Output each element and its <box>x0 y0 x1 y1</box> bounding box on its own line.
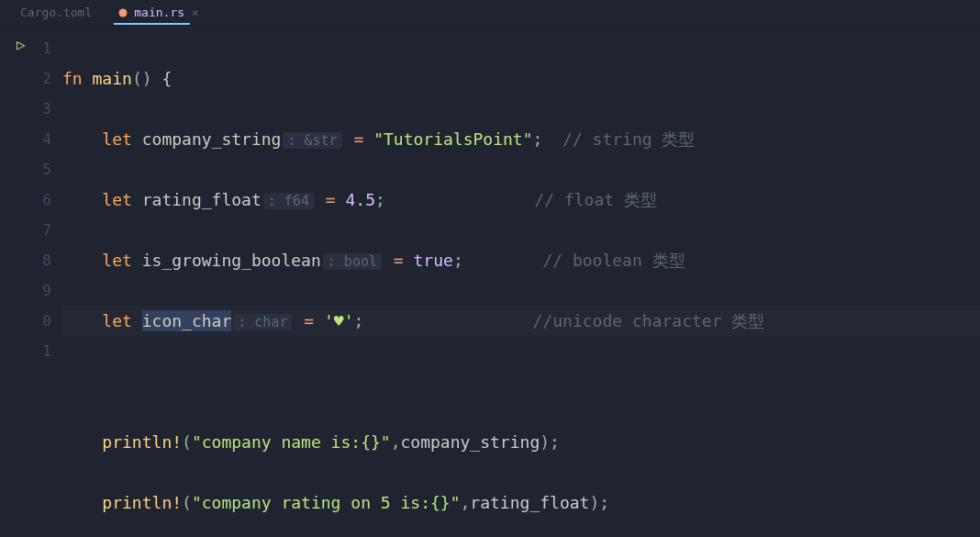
close-icon[interactable]: × <box>192 6 199 19</box>
line-number: 9 <box>0 275 51 306</box>
code-area[interactable]: fn main() { let company_string: &str = "… <box>62 26 980 537</box>
line-number: 6 <box>0 185 51 215</box>
type-hint: : char <box>233 314 292 330</box>
line-number: 2 <box>0 63 51 94</box>
line-number: 5 <box>0 154 51 185</box>
code-line: let rating_float: f64 = 4.5; // float 类型 <box>62 185 980 215</box>
code-line: let is_growing_boolean: bool = true; // … <box>62 245 980 275</box>
line-number: 4 <box>0 124 51 154</box>
line-number: 7 <box>0 215 51 245</box>
svg-point-0 <box>119 8 128 17</box>
line-number: 1 <box>0 33 51 63</box>
code-line: fn main() { <box>62 63 980 94</box>
run-icon[interactable]: ▷ <box>17 36 26 53</box>
tab-label: Cargo.toml <box>20 6 92 19</box>
code-line: println!("company rating on 5 is:{}",rat… <box>62 487 980 518</box>
line-number-gutter: ▷ 1 2 3 4 5 6 7 8 9 0 1 <box>0 26 62 537</box>
tab-label: main.rs <box>134 6 184 19</box>
line-number: 3 <box>0 94 51 124</box>
line-number: 1 <box>0 336 51 366</box>
tab-cargo-toml[interactable]: Cargo.toml <box>7 2 105 25</box>
rust-file-icon <box>117 7 128 18</box>
code-line: println!("company name is:{}",company_st… <box>62 427 980 457</box>
editor[interactable]: ▷ 1 2 3 4 5 6 7 8 9 0 1 fn main() { let … <box>0 26 980 537</box>
type-hint: : &str <box>283 132 341 149</box>
line-number: 8 <box>0 245 51 275</box>
code-line: let company_string: &str = "TutorialsPoi… <box>62 124 980 154</box>
selection: icon_char <box>142 310 232 331</box>
line-number: 0 <box>0 306 51 336</box>
code-line <box>62 366 980 397</box>
type-hint: : f64 <box>263 193 314 209</box>
type-hint: : bool <box>323 253 382 270</box>
tab-main-rs[interactable]: main.rs × <box>105 2 212 25</box>
tab-bar: Cargo.toml main.rs × <box>0 0 980 26</box>
code-line-active: let icon_char: char = '♥'; //unicode cha… <box>62 306 980 336</box>
